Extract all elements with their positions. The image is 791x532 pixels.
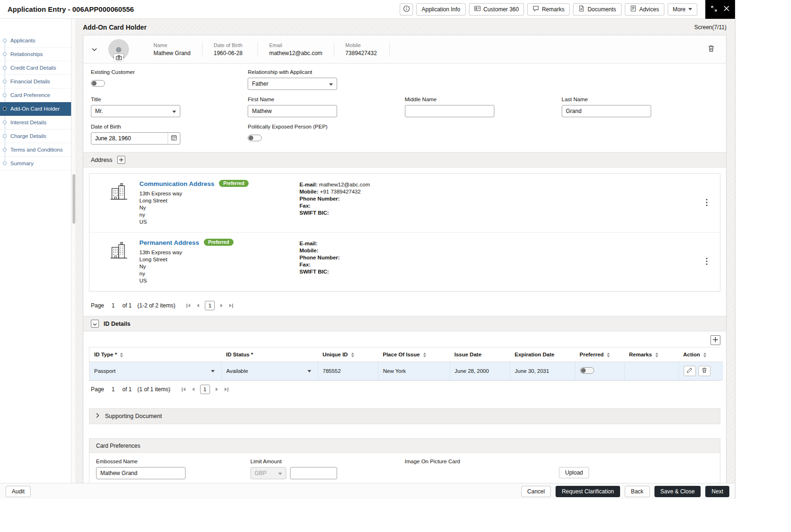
next-page-button[interactable] — [219, 303, 224, 308]
summary-email-field: Email mathew12@abc.com — [258, 42, 334, 56]
cancel-button[interactable]: Cancel — [521, 486, 551, 497]
sidebar-item-label: Financial Details — [10, 79, 50, 84]
maximize-button[interactable] — [711, 6, 717, 13]
last-name-input[interactable] — [562, 105, 651, 117]
sort-icon[interactable] — [655, 353, 658, 357]
sort-icon[interactable] — [423, 353, 426, 357]
footer-action-bar: Audit Cancel Request Clarification Back … — [0, 483, 735, 499]
sidebar-item-financial-details[interactable]: Financial Details — [0, 75, 71, 89]
add-id-row-button[interactable] — [710, 335, 720, 345]
relationship-select[interactable]: Father — [248, 78, 337, 90]
items-count-label: (1-2 of 2 items) — [137, 302, 176, 309]
sort-icon[interactable] — [120, 353, 123, 357]
address-line: Long Street — [139, 197, 299, 204]
image-on-picture-card-label: Image On Picture Card — [405, 459, 559, 464]
chevron-down-icon — [278, 473, 282, 475]
sidebar-scrollbar-thumb[interactable] — [73, 174, 75, 224]
sidebar-item-terms-and-conditions[interactable]: Terms and Conditions — [0, 143, 71, 157]
embossed-name-input[interactable] — [96, 467, 186, 479]
col-action: Action — [678, 347, 723, 362]
address-contact-details: E-mail: mathew12@abc.com Mobile: +91 738… — [299, 180, 370, 226]
sidebar-item-relationships[interactable]: Relationships — [0, 48, 71, 61]
next-button[interactable]: Next — [705, 486, 729, 497]
col-place-of-issue: Place Of Issue — [378, 347, 450, 362]
delete-cardholder-button[interactable] — [708, 45, 715, 54]
upload-button[interactable]: Upload — [559, 467, 589, 478]
info-button[interactable] — [400, 3, 413, 16]
address-line: Ny — [139, 263, 299, 270]
col-id-type: ID Type * — [89, 347, 221, 362]
middle-name-input[interactable] — [405, 105, 494, 117]
trash-icon — [708, 47, 715, 54]
dob-input[interactable] — [91, 135, 168, 142]
existing-customer-toggle[interactable] — [91, 80, 105, 87]
page-number-box[interactable]: 1 — [200, 385, 210, 394]
save-and-close-button[interactable]: Save & Close — [654, 486, 701, 497]
first-page-button[interactable] — [186, 303, 191, 309]
sort-icon[interactable] — [607, 353, 610, 357]
sidebar-item-summary[interactable]: Summary — [0, 157, 71, 170]
last-page-button[interactable] — [228, 303, 234, 309]
currency-select[interactable]: GBP — [250, 467, 286, 479]
id-status-value: Available — [226, 368, 248, 374]
sidebar-item-applicants[interactable]: Applicants — [0, 34, 71, 48]
address-line: Long Street — [139, 256, 299, 263]
address-kebab-menu-button[interactable] — [702, 197, 711, 210]
last-page-button[interactable] — [224, 387, 229, 393]
title-select[interactable]: Mr. — [91, 105, 180, 117]
previous-page-button[interactable] — [196, 303, 200, 308]
calendar-button[interactable] — [168, 133, 180, 144]
page-number-box[interactable]: 1 — [205, 301, 215, 310]
address-title-link[interactable]: Communication Address — [139, 180, 214, 187]
close-button[interactable] — [724, 6, 729, 13]
camera-icon[interactable] — [114, 54, 123, 61]
kebab-icon — [706, 201, 708, 208]
limit-amount-input[interactable] — [290, 467, 337, 479]
sidebar-item-add-on-card-holder[interactable]: Add-On Card Holder — [0, 102, 71, 116]
cardholder-collapse-button[interactable] — [90, 44, 99, 55]
delete-row-button[interactable] — [698, 366, 710, 376]
sort-icon[interactable] — [351, 353, 354, 357]
id-details-pagination: Page 1 of 1 (1 of 1 items) 1 — [83, 381, 726, 400]
dob-input-wrapper — [91, 132, 180, 145]
sidebar-item-interest-details[interactable]: Interest Details — [0, 116, 71, 129]
id-status-select[interactable]: Available — [226, 368, 313, 374]
id-details-collapse-button[interactable] — [91, 320, 99, 328]
edit-row-button[interactable] — [684, 366, 696, 376]
remarks-button[interactable]: Remarks — [527, 3, 570, 16]
audit-button[interactable]: Audit — [6, 486, 31, 497]
sidebar-item-label: Credit Card Details — [10, 65, 56, 71]
next-page-button[interactable] — [215, 387, 219, 392]
address-kebab-menu-button[interactable] — [702, 256, 711, 268]
card-preferences-body: Embossed Name Limit Amount GBP — [89, 453, 720, 483]
customer-360-button[interactable]: Customer 360 — [469, 3, 524, 16]
chevron-down-icon — [688, 8, 692, 10]
spacer-cell — [562, 69, 718, 90]
advices-button[interactable]: Advices — [625, 3, 664, 16]
application-info-button[interactable]: Application Info — [416, 3, 465, 16]
pagination-controls: 1 — [186, 301, 234, 310]
address-title-link[interactable]: Permanent Address — [139, 239, 199, 246]
more-label: More — [673, 6, 686, 13]
sidebar-item-card-preference[interactable]: Card Preference — [0, 89, 71, 102]
supporting-document-section[interactable]: Supporting Document — [89, 408, 720, 424]
preferred-toggle[interactable] — [580, 367, 594, 374]
id-type-select[interactable]: Passport — [94, 368, 217, 374]
documents-button[interactable]: Documents — [573, 3, 622, 16]
add-address-button[interactable] — [117, 156, 125, 164]
more-button[interactable]: More — [668, 3, 697, 16]
cardholder-form: Existing Customer Relationship with Appl… — [83, 64, 726, 152]
address-contact-details: E-mail: Mobile: Phone Number: Fax: SWIFT… — [299, 239, 340, 284]
previous-page-button[interactable] — [191, 387, 195, 392]
sidebar-item-charge-details[interactable]: Charge Details — [0, 129, 71, 143]
back-button[interactable]: Back — [625, 486, 650, 497]
pep-toggle[interactable] — [248, 135, 262, 141]
first-name-input[interactable] — [248, 105, 337, 117]
sidebar-item-credit-card-details[interactable]: Credit Card Details — [0, 61, 71, 75]
first-name-field: First Name — [248, 97, 404, 117]
swift-label: SWIFT BIC: — [299, 210, 329, 216]
request-clarification-button[interactable]: Request Clarification — [556, 486, 620, 497]
sort-icon[interactable] — [703, 353, 706, 357]
spacer-cell — [405, 69, 562, 90]
first-page-button[interactable] — [181, 387, 186, 393]
